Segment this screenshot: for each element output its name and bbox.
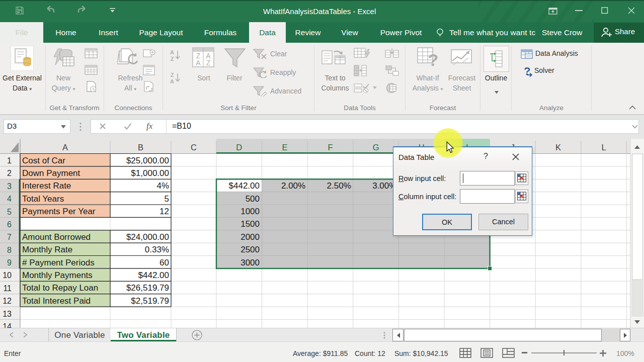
svg-text:A: A: [196, 59, 201, 67]
svg-text:L: L: [602, 143, 606, 152]
svg-text:14: 14: [3, 322, 12, 328]
svg-text:10: 10: [3, 271, 12, 280]
svg-text:6: 6: [7, 220, 12, 229]
svg-text:2500: 2500: [240, 245, 260, 254]
svg-text:Total Years: Total Years: [22, 194, 64, 204]
svg-text:4: 4: [7, 195, 12, 203]
svg-text:A: A: [170, 78, 174, 84]
svg-text:3: 3: [7, 182, 12, 191]
svg-text:$25,000.00: $25,000.00: [126, 156, 169, 165]
svg-text:B: B: [138, 143, 143, 152]
svg-text:2: 2: [7, 169, 12, 177]
svg-text:$442.00: $442.00: [138, 270, 169, 280]
svg-text:7: 7: [7, 233, 12, 241]
svg-text:Total Interest Paid: Total Interest Paid: [22, 296, 91, 306]
svg-text:Total to Repay Loan: Total to Repay Loan: [22, 283, 98, 293]
svg-text:Monthly Rate: Monthly Rate: [22, 245, 72, 254]
svg-text:3000: 3000: [240, 258, 260, 267]
svg-text:Z: Z: [171, 72, 174, 78]
svg-text:Payments Per Year: Payments Per Year: [22, 207, 96, 216]
svg-text:A: A: [62, 143, 68, 152]
svg-text:D: D: [236, 143, 242, 152]
svg-text:2.50%: 2.50%: [327, 181, 351, 191]
svg-text:$24,000.00: $24,000.00: [126, 232, 169, 242]
svg-text:K: K: [555, 143, 561, 152]
svg-text:5: 5: [165, 194, 169, 204]
svg-text:?: ?: [524, 65, 530, 77]
svg-text:Z: Z: [206, 59, 211, 67]
svg-text:E: E: [282, 143, 287, 152]
svg-text:2.00%: 2.00%: [281, 181, 305, 191]
svg-text:Z: Z: [171, 56, 174, 62]
svg-text:# Payment Periods: # Payment Periods: [22, 258, 95, 267]
svg-text:9: 9: [7, 258, 12, 267]
svg-text:Down Payment: Down Payment: [22, 168, 80, 178]
svg-text:2000: 2000: [240, 232, 260, 242]
svg-text:Cost of Car: Cost of Car: [22, 156, 65, 165]
svg-text:5: 5: [7, 208, 12, 216]
svg-text:$442.00: $442.00: [229, 181, 260, 191]
svg-text:F: F: [328, 143, 333, 152]
svg-text:13: 13: [3, 310, 12, 318]
svg-text:4%: 4%: [156, 181, 169, 191]
svg-text:$2,519.79: $2,519.79: [131, 296, 169, 306]
svg-text:12: 12: [3, 297, 12, 305]
svg-text:?: ?: [428, 50, 439, 69]
svg-text:A: A: [170, 49, 174, 55]
svg-text:G: G: [373, 143, 379, 152]
svg-text:Interest Rate: Interest Rate: [22, 181, 71, 191]
svg-text:$1,000.00: $1,000.00: [131, 168, 169, 178]
svg-text:1000: 1000: [240, 207, 260, 216]
svg-text:Monthly Payments: Monthly Payments: [22, 270, 93, 280]
svg-text:8: 8: [7, 246, 12, 254]
svg-text:0.33%: 0.33%: [145, 245, 169, 254]
svg-text:Amount Borrowed: Amount Borrowed: [22, 232, 91, 242]
svg-text:60: 60: [159, 258, 169, 267]
svg-text:11: 11: [3, 284, 12, 293]
svg-text:$26,519.79: $26,519.79: [126, 283, 169, 293]
svg-text:12: 12: [159, 207, 169, 216]
svg-text:C: C: [191, 143, 197, 152]
svg-text:1500: 1500: [240, 219, 260, 229]
svg-text:500: 500: [246, 194, 260, 204]
svg-text:1: 1: [7, 156, 12, 165]
